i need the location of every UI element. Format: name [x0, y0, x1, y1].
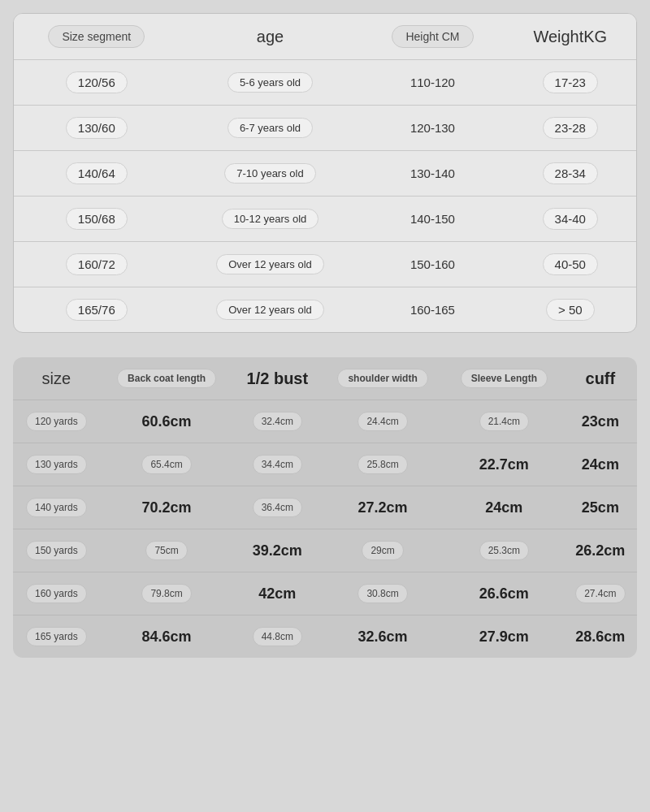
table1-cell-height: 160-165 — [361, 287, 504, 333]
size-label: 165 yards — [26, 627, 87, 646]
col2-header-sleeve: Sleeve Length — [444, 357, 564, 400]
shoulder-val: 30.8cm — [358, 584, 407, 603]
table1-cell-height: 140-150 — [361, 197, 504, 242]
table1-cell-size: 120/56 — [14, 60, 180, 106]
table2-cell-size-label: 130 yards — [13, 443, 100, 486]
col-header-age: age — [180, 14, 362, 60]
half-bust-val: 39.2cm — [253, 542, 302, 559]
table2-cell-size-label: 150 yards — [13, 529, 100, 572]
weight-value: 17-23 — [543, 71, 598, 93]
table2-cell-shoulder-val: 25.8cm — [321, 443, 444, 486]
table1-cell-age: Over 12 years old — [180, 242, 362, 287]
half-bust-val: 36.4cm — [253, 498, 302, 517]
table2-cell-back-coat-val: 70.2cm — [100, 486, 234, 529]
table2-cell-half-bust-val: 34.4cm — [234, 443, 322, 486]
table2-row: 160 yards79.8cm42cm30.8cm26.6cm27.4cm — [13, 572, 637, 615]
weight-value: 28-34 — [543, 162, 598, 184]
table2-cell-size-label: 120 yards — [13, 400, 100, 443]
table2-cell-half-bust-val: 42cm — [234, 572, 322, 615]
table2-cell-sleeve-val: 26.6cm — [444, 572, 564, 615]
col-header-size: Size segment — [14, 14, 180, 60]
measurements-table: size Back coat length 1/2 bust shoulder … — [13, 357, 637, 658]
table2-cell-half-bust-val: 36.4cm — [234, 486, 322, 529]
size-label: 160 yards — [26, 584, 87, 603]
col2-header-back-coat: Back coat length — [100, 357, 234, 400]
size-value: 130/60 — [66, 117, 128, 139]
cuff-val: 27.4cm — [575, 584, 625, 603]
size-value: 140/64 — [66, 162, 128, 184]
table1-cell-size: 150/68 — [14, 197, 180, 242]
table2-cell-cuff-val: 25cm — [564, 486, 637, 529]
size-value: 160/72 — [66, 253, 128, 275]
height-value: 160-165 — [410, 303, 455, 317]
table1-cell-size: 160/72 — [14, 242, 180, 287]
age-value: Over 12 years old — [216, 254, 324, 274]
table2-cell-sleeve-val: 27.9cm — [444, 615, 564, 659]
age-value: 10-12 years old — [222, 209, 319, 229]
table2-cell-half-bust-val: 32.4cm — [234, 400, 322, 443]
table1-cell-age: Over 12 years old — [180, 287, 362, 333]
table2-cell-size-label: 165 yards — [13, 615, 100, 659]
back-coat-val: 65.4cm — [141, 455, 191, 474]
table2-cell-cuff-val: 28.6cm — [564, 615, 637, 659]
shoulder-val: 29cm — [362, 541, 403, 560]
table2-cell-back-coat-val: 65.4cm — [100, 443, 234, 486]
table1-cell-height: 130-140 — [361, 151, 504, 197]
size-segment-table: Size segment age Height CM WeightKG 120/… — [13, 13, 637, 333]
table1-cell-weight: 23-28 — [505, 106, 636, 151]
table2-cell-shoulder-val: 29cm — [321, 529, 444, 572]
table2-cell-sleeve-val: 25.3cm — [444, 529, 564, 572]
weight-value: 34-40 — [543, 208, 598, 230]
cuff-val: 25cm — [582, 499, 619, 516]
table2-cell-shoulder-val: 27.2cm — [321, 486, 444, 529]
table2-cell-back-coat-val: 75cm — [100, 529, 234, 572]
table1-row: 120/565-6 years old110-12017-23 — [14, 60, 636, 106]
table2-cell-sleeve-val: 21.4cm — [444, 400, 564, 443]
half-bust-val: 44.8cm — [253, 627, 302, 646]
sleeve-val: 25.3cm — [479, 541, 529, 560]
sleeve-val: 22.7cm — [479, 456, 529, 473]
table1-row: 160/72Over 12 years old150-16040-50 — [14, 242, 636, 287]
back-coat-val: 60.6cm — [142, 413, 192, 430]
sleeve-val: 24cm — [485, 499, 522, 516]
back-coat-val: 75cm — [145, 541, 187, 560]
sleeve-val: 26.6cm — [479, 585, 529, 602]
size-label: 140 yards — [26, 498, 87, 517]
table1-cell-weight: 17-23 — [505, 60, 636, 106]
size-value: 150/68 — [66, 208, 128, 230]
table2-cell-back-coat-val: 60.6cm — [100, 400, 234, 443]
shoulder-val: 24.4cm — [358, 412, 407, 431]
table1-cell-size: 130/60 — [14, 106, 180, 151]
table1-row: 150/6810-12 years old140-15034-40 — [14, 197, 636, 242]
table2-cell-shoulder-val: 32.6cm — [321, 615, 444, 659]
table2-cell-sleeve-val: 24cm — [444, 486, 564, 529]
table1-cell-height: 110-120 — [361, 60, 504, 106]
age-value: 5-6 years old — [228, 72, 313, 93]
size-value: 120/56 — [66, 71, 128, 93]
cuff-val: 23cm — [582, 413, 619, 430]
sleeve-val: 21.4cm — [479, 412, 529, 431]
shoulder-val: 32.6cm — [358, 628, 408, 645]
back-coat-val: 79.8cm — [141, 584, 191, 603]
shoulder-val: 25.8cm — [358, 455, 407, 474]
height-value: 130-140 — [410, 166, 455, 180]
table1-cell-weight: > 50 — [505, 287, 636, 333]
height-value: 120-130 — [410, 121, 455, 135]
col2-header-size: size — [13, 357, 100, 400]
table1-cell-height: 150-160 — [361, 242, 504, 287]
table2-row: 130 yards65.4cm34.4cm25.8cm22.7cm24cm — [13, 443, 637, 486]
col-header-height: Height CM — [361, 14, 504, 60]
table1-cell-size: 165/76 — [14, 287, 180, 333]
height-value: 110-120 — [410, 76, 455, 89]
table2-row: 120 yards60.6cm32.4cm24.4cm21.4cm23cm — [13, 400, 637, 443]
table2-cell-shoulder-val: 30.8cm — [321, 572, 444, 615]
half-bust-val: 34.4cm — [253, 455, 302, 474]
size-label: 120 yards — [26, 412, 87, 431]
table2-cell-size-label: 140 yards — [13, 486, 100, 529]
weight-value: 23-28 — [543, 117, 598, 139]
weight-value: > 50 — [546, 299, 595, 321]
table2-row: 165 yards84.6cm44.8cm32.6cm27.9cm28.6cm — [13, 615, 637, 659]
table1-cell-weight: 28-34 — [505, 151, 636, 197]
table1-cell-weight: 34-40 — [505, 197, 636, 242]
size-value: 165/76 — [66, 299, 128, 321]
